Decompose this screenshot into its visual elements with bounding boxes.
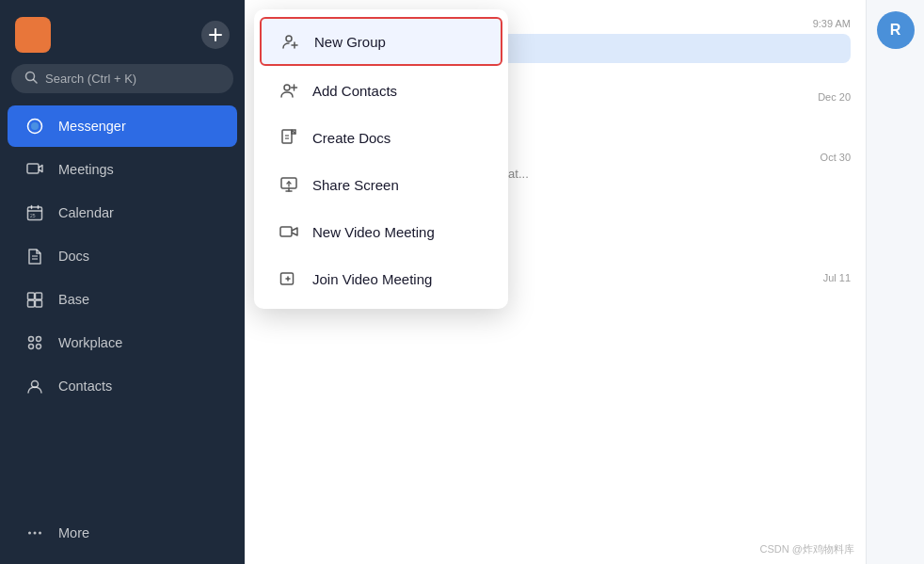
dropdown-item-share-screen[interactable]: Share Screen bbox=[260, 162, 502, 207]
create-docs-icon bbox=[279, 127, 299, 148]
svg-rect-15 bbox=[36, 293, 42, 299]
chat-time-3: Oct 30 bbox=[820, 152, 851, 163]
dropdown-item-join-video-meeting[interactable]: Join Video Meeting bbox=[260, 256, 502, 301]
sidebar-item-contacts[interactable]: Contacts bbox=[8, 365, 237, 407]
svg-point-20 bbox=[29, 345, 34, 349]
add-contacts-label: Add Contacts bbox=[312, 83, 397, 99]
sidebar-item-messenger[interactable]: Messenger bbox=[8, 105, 237, 147]
calendar-label: Calendar bbox=[58, 205, 114, 220]
svg-rect-17 bbox=[36, 300, 42, 307]
dropdown-item-add-contacts[interactable]: Add Contacts bbox=[260, 68, 502, 113]
app-logo bbox=[15, 17, 51, 53]
base-label: Base bbox=[58, 292, 89, 307]
right-panel: R bbox=[866, 0, 924, 564]
new-group-icon bbox=[280, 31, 301, 52]
sidebar: Search (Ctrl + K) Messenger Meetings bbox=[0, 0, 245, 564]
join-video-meeting-label: Join Video Meeting bbox=[312, 271, 432, 287]
docs-label: Docs bbox=[58, 249, 89, 264]
base-icon bbox=[24, 289, 45, 310]
svg-rect-14 bbox=[28, 293, 35, 299]
docs-icon bbox=[24, 246, 45, 266]
share-screen-label: Share Screen bbox=[312, 177, 399, 193]
main-area: ··· 9:39 AM om Bot from this chat. ··· bbox=[245, 0, 866, 564]
sidebar-item-workplace[interactable]: Workplace bbox=[8, 322, 237, 363]
sidebar-top bbox=[0, 9, 245, 64]
svg-rect-6 bbox=[27, 164, 39, 173]
svg-point-29 bbox=[284, 85, 290, 90]
svg-point-24 bbox=[34, 532, 37, 535]
sidebar-item-calendar[interactable]: 25 Calendar bbox=[8, 192, 237, 234]
sidebar-item-docs[interactable]: Docs bbox=[8, 235, 237, 277]
dropdown-item-new-video-meeting[interactable]: New Video Meeting bbox=[260, 209, 502, 254]
create-docs-label: Create Docs bbox=[312, 130, 390, 146]
svg-point-19 bbox=[37, 337, 41, 342]
watermark: CSDN @炸鸡物料库 bbox=[760, 542, 854, 556]
meetings-label: Meetings bbox=[58, 162, 114, 177]
svg-point-5 bbox=[31, 122, 39, 130]
add-contacts-icon bbox=[279, 80, 299, 101]
sidebar-item-meetings[interactable]: Meetings bbox=[8, 149, 237, 190]
add-button[interactable] bbox=[201, 21, 230, 49]
svg-rect-16 bbox=[28, 300, 35, 307]
svg-point-26 bbox=[286, 36, 292, 41]
contacts-icon bbox=[24, 376, 45, 396]
chat-time-1: 9:39 AM bbox=[813, 18, 851, 29]
contacts-label: Contacts bbox=[58, 379, 112, 394]
messenger-icon bbox=[24, 116, 45, 137]
workplace-icon bbox=[24, 332, 45, 353]
svg-point-18 bbox=[29, 337, 34, 342]
chat-time-5: Jul 11 bbox=[823, 272, 851, 283]
svg-point-25 bbox=[39, 532, 41, 535]
svg-rect-32 bbox=[282, 130, 292, 143]
svg-rect-40 bbox=[280, 227, 292, 236]
dropdown-item-create-docs[interactable]: Create Docs bbox=[260, 115, 502, 160]
chat-time-2: Dec 20 bbox=[818, 91, 851, 103]
right-panel-avatar[interactable]: R bbox=[877, 11, 915, 49]
new-video-meeting-label: New Video Meeting bbox=[312, 224, 435, 240]
new-video-meeting-icon bbox=[279, 221, 299, 242]
more-label: More bbox=[58, 525, 89, 540]
search-bar[interactable]: Search (Ctrl + K) bbox=[11, 64, 233, 93]
svg-point-21 bbox=[37, 345, 41, 349]
new-group-label: New Group bbox=[314, 34, 386, 50]
messenger-label: Messenger bbox=[58, 119, 126, 134]
sidebar-item-base[interactable]: Base bbox=[8, 279, 237, 320]
svg-line-3 bbox=[34, 80, 38, 84]
meetings-icon bbox=[24, 159, 45, 180]
more-icon bbox=[24, 523, 45, 543]
calendar-icon: 25 bbox=[24, 202, 45, 223]
share-screen-icon bbox=[279, 174, 299, 195]
join-video-meeting-icon bbox=[279, 268, 299, 289]
svg-text:25: 25 bbox=[30, 213, 36, 218]
workplace-label: Workplace bbox=[58, 335, 122, 350]
search-label: Search (Ctrl + K) bbox=[45, 72, 136, 86]
sidebar-item-more[interactable]: More bbox=[8, 512, 237, 554]
dropdown-menu: New Group Add Contacts bbox=[254, 9, 508, 309]
dropdown-item-new-group[interactable]: New Group bbox=[260, 17, 502, 66]
search-icon bbox=[24, 71, 38, 87]
svg-point-23 bbox=[28, 532, 31, 535]
